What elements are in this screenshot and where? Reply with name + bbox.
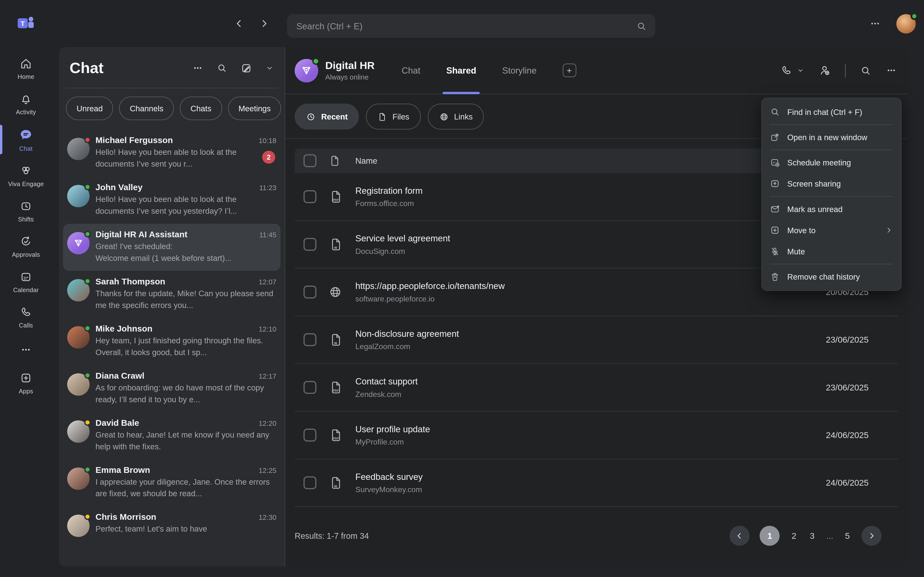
table-row[interactable]: Feedback surveySurveyMonkey.com 24/06/20… — [294, 459, 898, 507]
active-tab-underline — [443, 92, 480, 94]
sidebar-item-calendar[interactable]: Calendar — [0, 264, 52, 299]
menu-item-mark-as-unread[interactable]: Mark as unread — [762, 198, 901, 219]
conversation-time: 11:45 — [259, 231, 276, 239]
add-tab-button[interactable] — [562, 63, 576, 77]
menu-item-move-to[interactable]: Move to — [762, 219, 901, 241]
chat-tabs: Chat Shared Storyline — [402, 47, 576, 94]
tab-storyline[interactable]: Storyline — [502, 47, 536, 94]
nav-back-icon[interactable] — [233, 18, 245, 29]
table-row[interactable]: User profile updateMyProfile.com 24/06/2… — [294, 412, 898, 459]
file-source: LegalZoom.com — [355, 342, 826, 351]
bell-icon — [19, 92, 32, 105]
table-row[interactable]: Non-disclosure agreementLegalZoom.com 23… — [294, 316, 898, 364]
conversation-item[interactable]: Diana Crawl12:17 As for onboarding: we d… — [59, 365, 285, 412]
add-people-icon[interactable] — [819, 64, 831, 76]
filter-chip-meetings[interactable]: Meetings — [228, 97, 281, 120]
trash-icon — [769, 271, 780, 282]
approvals-icon — [19, 235, 32, 248]
row-checkbox[interactable] — [304, 238, 317, 251]
call-options-chevron-icon[interactable] — [797, 67, 804, 74]
menu-item-find-in-chat[interactable]: Find in chat (Ctrl + F) — [762, 101, 901, 122]
chat-more-icon[interactable] — [192, 63, 204, 74]
conversation-preview: Hello! Have you been able to look at the… — [95, 147, 276, 170]
page-3-button[interactable]: 3 — [808, 531, 816, 540]
sidebar-item-home[interactable]: Home — [0, 51, 52, 86]
sidebar-item-chat[interactable]: Chat — [0, 121, 52, 158]
row-checkbox[interactable] — [304, 190, 317, 203]
conversation-item-selected[interactable]: Digital HR AI Assistant11:45 Great! I've… — [63, 224, 281, 271]
row-checkbox[interactable] — [304, 285, 317, 298]
new-chat-icon[interactable] — [241, 62, 252, 74]
sidebar-item-activity[interactable]: Activity — [0, 86, 52, 121]
calendar-icon — [19, 270, 32, 283]
calendar-add-icon — [769, 157, 780, 168]
sidebar-item-approvals[interactable]: Approvals — [0, 228, 52, 264]
conversation-preview: Hello! Have you been able to look at the… — [95, 194, 276, 217]
prev-page-button[interactable] — [730, 525, 750, 545]
conversation-item[interactable]: John Valley11:23 Hello! Have you been ab… — [59, 177, 285, 224]
presence-away-indicator — [84, 514, 91, 520]
conversation-item[interactable]: Sarah Thompson12:07 Thanks for the updat… — [59, 271, 285, 318]
chip-files[interactable]: Files — [366, 104, 421, 130]
menu-item-screen-sharing[interactable]: Screen sharing — [762, 173, 901, 194]
topbar-more-icon[interactable] — [869, 18, 881, 29]
menu-item-mute[interactable]: Mute — [762, 241, 901, 262]
avatar — [67, 326, 89, 349]
chat-panel-title: Chat — [69, 59, 192, 77]
home-icon — [19, 57, 32, 70]
active-indicator — [0, 125, 2, 154]
chat-search-icon[interactable] — [216, 63, 228, 74]
menu-item-open-new-window[interactable]: Open in a new window — [762, 127, 901, 148]
find-in-chat-icon[interactable] — [860, 64, 872, 76]
sidebar-item-shifts[interactable]: Shifts — [0, 193, 52, 228]
menu-item-remove-chat-history[interactable]: Remove chat history — [762, 266, 901, 287]
table-row[interactable]: Contact supportZendesk.com 23/06/2025 — [294, 364, 898, 411]
menu-item-schedule-meeting[interactable]: Schedule meeting — [762, 152, 901, 173]
sidebar-more-icon[interactable] — [20, 334, 32, 365]
conversation-item[interactable]: Emma Brown12:25 I appreciate your dilige… — [59, 459, 285, 506]
file-source: SurveyMonkey.com — [355, 485, 826, 494]
sidebar-item-viva-engage[interactable]: Viva Engage — [0, 158, 52, 193]
page-1-button[interactable]: 1 — [760, 525, 780, 545]
filter-chip-chats[interactable]: Chats — [180, 97, 222, 120]
chat-avatar[interactable] — [294, 59, 318, 82]
tab-chat[interactable]: Chat — [402, 47, 420, 94]
sidebar-item-apps[interactable]: Apps — [0, 365, 52, 400]
call-button[interactable] — [780, 64, 804, 76]
chip-links[interactable]: Links — [428, 104, 484, 130]
page-5-button[interactable]: 5 — [843, 531, 851, 540]
presence-online-indicator — [84, 184, 91, 190]
presence-online-indicator — [312, 58, 319, 64]
global-search[interactable] — [287, 14, 656, 38]
filter-chip-channels[interactable]: Channels — [119, 97, 174, 120]
nav-forward-icon[interactable] — [258, 18, 270, 29]
mic-off-icon — [769, 246, 780, 257]
conversation-time: 12:10 — [258, 325, 276, 333]
chat-options-icon[interactable] — [886, 64, 897, 76]
file-title: Contact support — [355, 376, 826, 386]
row-checkbox[interactable] — [304, 333, 317, 346]
conversation-item[interactable]: Michael Fergusson10:18 Hello! Have you b… — [59, 130, 285, 177]
next-page-button[interactable] — [861, 525, 881, 545]
filter-chip-unread[interactable]: Unread — [66, 97, 113, 120]
row-checkbox[interactable] — [304, 381, 317, 394]
chevron-down-icon[interactable] — [265, 63, 274, 73]
conversation-item[interactable]: Mike Johnson12:10 Hey team, I just finis… — [59, 318, 285, 365]
chip-recent[interactable]: Recent — [294, 104, 359, 130]
user-avatar[interactable] — [897, 14, 916, 34]
row-checkbox[interactable] — [304, 476, 317, 489]
move-to-icon — [769, 225, 780, 235]
chat-icon — [19, 128, 33, 142]
conversation-item[interactable]: Chris Morrison12:30 Perfect, team! Let's… — [59, 506, 285, 553]
row-checkbox[interactable] — [304, 429, 317, 442]
conversation-item[interactable]: David Bale12:20 Great to hear, Jane! Let… — [59, 412, 285, 459]
avatar — [67, 232, 89, 255]
conversation-preview: Great! I've scheduled: — [95, 241, 276, 253]
select-all-checkbox[interactable] — [304, 154, 317, 167]
search-input[interactable] — [296, 21, 636, 31]
page-2-button[interactable]: 2 — [790, 531, 798, 540]
chat-list-panel: Chat Unread Channels Chats Meetings — [59, 47, 285, 566]
sidebar-item-calls[interactable]: Calls — [0, 299, 52, 334]
tab-shared[interactable]: Shared — [446, 47, 477, 94]
conversation-time: 12:17 — [258, 372, 276, 380]
